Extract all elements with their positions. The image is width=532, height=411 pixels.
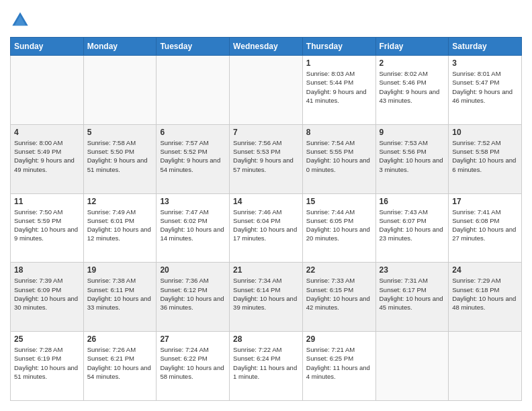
day-info: Sunrise: 8:00 AM Sunset: 5:49 PM Dayligh… [14,138,80,174]
day-number: 14 [233,197,299,206]
col-header-wednesday: Wednesday [230,38,303,56]
calendar-cell: 12Sunrise: 7:49 AM Sunset: 6:01 PM Dayli… [83,193,157,263]
day-number: 26 [87,334,153,344]
calendar-cell: 23Sunrise: 7:31 AM Sunset: 6:17 PM Dayli… [375,263,449,332]
calendar-cell: 5Sunrise: 7:58 AM Sunset: 5:50 PM Daylig… [83,124,157,193]
day-info: Sunrise: 7:33 AM Sunset: 6:15 PM Dayligh… [306,276,372,312]
day-info: Sunrise: 7:41 AM Sunset: 6:08 PM Dayligh… [452,208,518,243]
day-number: 3 [452,58,518,68]
day-info: Sunrise: 8:01 AM Sunset: 5:47 PM Dayligh… [452,69,518,105]
day-info: Sunrise: 7:26 AM Sunset: 6:21 PM Dayligh… [87,345,153,381]
col-header-sunday: Sunday [11,38,84,56]
day-number: 24 [452,265,518,275]
day-number: 16 [380,197,445,206]
day-number: 18 [14,265,80,275]
calendar-week-5: 25Sunrise: 7:28 AM Sunset: 6:19 PM Dayli… [11,332,522,401]
day-info: Sunrise: 7:39 AM Sunset: 6:09 PM Dayligh… [14,276,80,312]
day-info: Sunrise: 7:46 AM Sunset: 6:04 PM Dayligh… [233,208,299,243]
day-number: 2 [380,58,445,68]
calendar-cell: 20Sunrise: 7:36 AM Sunset: 6:12 PM Dayli… [157,263,230,332]
calendar-cell: 4Sunrise: 8:00 AM Sunset: 5:49 PM Daylig… [11,124,84,193]
day-info: Sunrise: 7:31 AM Sunset: 6:17 PM Dayligh… [380,276,445,312]
calendar-cell: 6Sunrise: 7:57 AM Sunset: 5:52 PM Daylig… [157,124,230,193]
logo [10,10,33,30]
day-number: 23 [380,265,445,275]
calendar-cell [83,56,157,125]
day-number: 27 [160,334,226,344]
day-info: Sunrise: 7:50 AM Sunset: 5:59 PM Dayligh… [14,208,80,243]
col-header-saturday: Saturday [449,38,522,56]
day-number: 19 [87,265,153,275]
calendar-cell: 17Sunrise: 7:41 AM Sunset: 6:08 PM Dayli… [449,193,522,263]
day-number: 22 [306,265,372,275]
day-number: 6 [160,128,226,137]
calendar-cell: 14Sunrise: 7:46 AM Sunset: 6:04 PM Dayli… [230,193,303,263]
day-number: 5 [87,128,153,137]
calendar-cell: 11Sunrise: 7:50 AM Sunset: 5:59 PM Dayli… [11,193,84,263]
col-header-tuesday: Tuesday [157,38,230,56]
day-number: 10 [452,128,518,137]
day-number: 28 [233,334,299,344]
day-info: Sunrise: 7:21 AM Sunset: 6:25 PM Dayligh… [306,345,372,381]
calendar-cell: 13Sunrise: 7:47 AM Sunset: 6:02 PM Dayli… [157,193,230,263]
calendar-week-2: 4Sunrise: 8:00 AM Sunset: 5:49 PM Daylig… [11,124,522,193]
calendar-cell: 28Sunrise: 7:22 AM Sunset: 6:24 PM Dayli… [230,332,303,401]
calendar-cell: 10Sunrise: 7:52 AM Sunset: 5:58 PM Dayli… [449,124,522,193]
calendar-table: SundayMondayTuesdayWednesdayThursdayFrid… [10,37,522,401]
calendar-cell: 21Sunrise: 7:34 AM Sunset: 6:14 PM Dayli… [230,263,303,332]
day-info: Sunrise: 7:54 AM Sunset: 5:55 PM Dayligh… [306,138,372,174]
calendar-cell: 29Sunrise: 7:21 AM Sunset: 6:25 PM Dayli… [302,332,375,401]
calendar-cell: 7Sunrise: 7:56 AM Sunset: 5:53 PM Daylig… [230,124,303,193]
col-header-friday: Friday [375,38,449,56]
day-info: Sunrise: 7:38 AM Sunset: 6:11 PM Dayligh… [87,276,153,312]
calendar-cell: 8Sunrise: 7:54 AM Sunset: 5:55 PM Daylig… [302,124,375,193]
day-number: 15 [306,197,372,206]
logo-icon [10,10,30,30]
day-info: Sunrise: 8:03 AM Sunset: 5:44 PM Dayligh… [306,69,372,105]
col-header-thursday: Thursday [302,38,375,56]
calendar-cell [157,56,230,125]
calendar-week-3: 11Sunrise: 7:50 AM Sunset: 5:59 PM Dayli… [11,193,522,263]
day-number: 13 [160,197,226,206]
day-info: Sunrise: 7:57 AM Sunset: 5:52 PM Dayligh… [160,138,226,174]
day-number: 7 [233,128,299,137]
calendar-cell: 16Sunrise: 7:43 AM Sunset: 6:07 PM Dayli… [375,193,449,263]
day-number: 11 [14,197,80,206]
day-number: 8 [306,128,372,137]
day-number: 20 [160,265,226,275]
day-number: 29 [306,334,372,344]
calendar-cell: 24Sunrise: 7:29 AM Sunset: 6:18 PM Dayli… [449,263,522,332]
day-number: 4 [14,128,80,137]
day-info: Sunrise: 7:34 AM Sunset: 6:14 PM Dayligh… [233,276,299,312]
day-info: Sunrise: 7:22 AM Sunset: 6:24 PM Dayligh… [233,345,299,381]
calendar-cell: 9Sunrise: 7:53 AM Sunset: 5:56 PM Daylig… [375,124,449,193]
day-info: Sunrise: 7:56 AM Sunset: 5:53 PM Dayligh… [233,138,299,174]
calendar-cell: 26Sunrise: 7:26 AM Sunset: 6:21 PM Dayli… [83,332,157,401]
day-info: Sunrise: 7:47 AM Sunset: 6:02 PM Dayligh… [160,208,226,243]
day-info: Sunrise: 7:58 AM Sunset: 5:50 PM Dayligh… [87,138,153,174]
calendar-header-row: SundayMondayTuesdayWednesdayThursdayFrid… [11,38,522,56]
calendar-cell: 18Sunrise: 7:39 AM Sunset: 6:09 PM Dayli… [11,263,84,332]
calendar-cell [375,332,449,401]
day-info: Sunrise: 7:29 AM Sunset: 6:18 PM Dayligh… [452,276,518,312]
calendar-cell: 25Sunrise: 7:28 AM Sunset: 6:19 PM Dayli… [11,332,84,401]
day-info: Sunrise: 7:28 AM Sunset: 6:19 PM Dayligh… [14,345,80,381]
day-info: Sunrise: 7:36 AM Sunset: 6:12 PM Dayligh… [160,276,226,312]
calendar-week-4: 18Sunrise: 7:39 AM Sunset: 6:09 PM Dayli… [11,263,522,332]
day-info: Sunrise: 7:49 AM Sunset: 6:01 PM Dayligh… [87,208,153,243]
calendar-cell: 2Sunrise: 8:02 AM Sunset: 5:46 PM Daylig… [375,56,449,125]
day-info: Sunrise: 8:02 AM Sunset: 5:46 PM Dayligh… [380,69,445,105]
calendar-cell [11,56,84,125]
day-number: 12 [87,197,153,206]
calendar-cell: 22Sunrise: 7:33 AM Sunset: 6:15 PM Dayli… [302,263,375,332]
calendar-week-1: 1Sunrise: 8:03 AM Sunset: 5:44 PM Daylig… [11,56,522,125]
calendar-cell: 27Sunrise: 7:24 AM Sunset: 6:22 PM Dayli… [157,332,230,401]
day-info: Sunrise: 7:53 AM Sunset: 5:56 PM Dayligh… [380,138,445,174]
day-info: Sunrise: 7:24 AM Sunset: 6:22 PM Dayligh… [160,345,226,381]
day-number: 1 [306,58,372,68]
day-number: 21 [233,265,299,275]
header [10,10,522,30]
calendar-cell: 3Sunrise: 8:01 AM Sunset: 5:47 PM Daylig… [449,56,522,125]
col-header-monday: Monday [83,38,157,56]
day-number: 9 [380,128,445,137]
